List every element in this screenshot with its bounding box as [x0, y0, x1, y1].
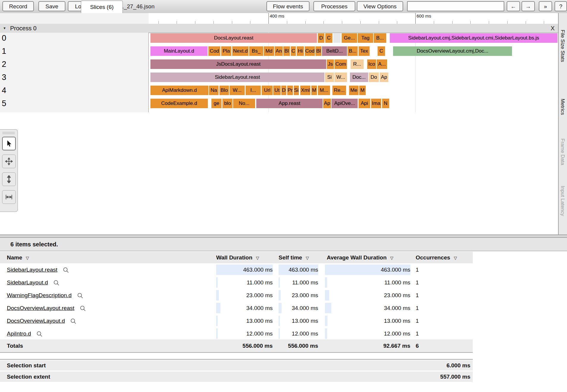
trace-slice[interactable]: C — [378, 46, 385, 56]
trace-slice[interactable]: Tex — [359, 46, 370, 56]
tab-slices[interactable]: Slices (6) — [81, 1, 123, 13]
trace-slice[interactable]: BeltD... — [322, 46, 347, 56]
column-header-occurrences[interactable]: Occurrences▽ — [416, 252, 442, 263]
trace-slice[interactable]: Bl — [315, 46, 321, 56]
slice-name-link[interactable]: ApiIntro.d — [7, 327, 31, 340]
trace-slice[interactable]: M — [359, 86, 366, 95]
trace-slice[interactable]: Tag — [358, 33, 373, 43]
trace-slice[interactable]: Ap — [380, 73, 388, 82]
trace-slice[interactable]: Ut — [273, 86, 281, 95]
trace-slice[interactable]: Hi — [297, 46, 304, 56]
trace-slice[interactable]: An — [275, 46, 283, 56]
trace-slice[interactable]: DocsOverviewLayout.cmj,Doc... — [393, 46, 512, 56]
find-next-button[interactable]: → — [522, 1, 535, 11]
slice-name-link[interactable]: DocsOverviewLayout.d — [7, 314, 65, 327]
trace-slice[interactable]: Doc... — [350, 73, 368, 82]
trace-slice[interactable]: Js — [327, 59, 334, 69]
find-previous-button[interactable]: ← — [507, 1, 520, 11]
trace-slice[interactable]: App.reast — [256, 99, 323, 108]
trace-slice[interactable]: SidebarLayout.reast — [150, 73, 324, 82]
trace-slice[interactable]: MainLayout.d — [150, 46, 208, 56]
flow-events-button[interactable]: Flow events — [266, 1, 310, 11]
tab-file-size-stats[interactable]: File Size Stats — [560, 30, 566, 62]
trace-slice[interactable]: Si — [294, 86, 299, 95]
trace-slice[interactable]: ApiMarkdown.d — [150, 86, 208, 95]
collapse-triangle-icon[interactable]: ▾ — [4, 24, 6, 33]
trace-slice[interactable]: D — [281, 86, 286, 95]
trace-slice[interactable]: D — [318, 33, 324, 43]
timeline-ruler[interactable]: 400 ms600 ms — [0, 13, 558, 24]
trace-slice[interactable]: M — [311, 86, 317, 95]
magnifier-icon[interactable] — [80, 305, 86, 312]
trace-slice[interactable]: No... — [233, 99, 255, 108]
trace-slice[interactable]: Ap — [323, 99, 331, 108]
close-process-icon[interactable]: X — [551, 24, 555, 33]
trace-slice[interactable]: A... — [377, 59, 387, 69]
magnifier-icon[interactable] — [63, 267, 69, 273]
trace-slice[interactable]: W... — [334, 73, 347, 82]
trace-slice[interactable]: CodeExample.d — [150, 99, 208, 108]
trace-slice[interactable]: Si — [325, 73, 334, 82]
slice-name-link[interactable]: WarningFlagDescription.d — [7, 289, 72, 302]
magnifier-icon[interactable] — [53, 280, 60, 286]
trace-slice[interactable]: Bs_ — [249, 46, 263, 56]
trace-slice[interactable]: Md — [264, 46, 274, 56]
trace-slice[interactable]: Na — [209, 86, 219, 95]
trace-slice[interactable]: Cod — [305, 46, 315, 56]
record-button[interactable]: Record — [2, 1, 34, 11]
zoom-tool-button[interactable] — [2, 172, 16, 186]
trace-slice[interactable]: C — [291, 46, 296, 56]
timing-tool-button[interactable] — [2, 190, 16, 204]
trace-slice[interactable]: Api — [359, 99, 370, 108]
processes-button[interactable]: Processes — [313, 1, 355, 11]
column-header-self-time[interactable]: Self time▽ — [279, 252, 318, 263]
trace-slice[interactable]: B... — [348, 46, 358, 56]
trace-slice[interactable]: R... — [351, 59, 364, 69]
trace-slice[interactable]: C — [325, 33, 332, 43]
trace-slice[interactable]: ApiOve... — [332, 99, 358, 108]
trace-slice[interactable]: Bl — [283, 46, 290, 56]
slice-name-link[interactable]: SidebarLayout.d — [7, 276, 48, 289]
column-header-wall-duration[interactable]: Wall Duration▽ — [216, 252, 273, 263]
trace-slice[interactable]: Pla — [221, 46, 231, 56]
trace-slice[interactable]: Blo — [219, 86, 229, 95]
trace-slice[interactable]: Cod — [208, 46, 220, 56]
selection-tool-button[interactable] — [2, 137, 16, 150]
trace-slice[interactable]: Next.d — [232, 46, 249, 56]
tab-metrics[interactable]: Metrics — [560, 99, 566, 115]
trace-slice[interactable]: B... — [374, 33, 386, 43]
magnifier-icon[interactable] — [77, 292, 84, 299]
trace-slice[interactable]: SidebarLayout.cmj,SidebarLayout.cmi,Side… — [390, 33, 557, 43]
trace-slice[interactable]: Ima — [371, 99, 381, 108]
trace-slice[interactable]: JsDocsLayout.reast — [150, 59, 326, 69]
trace-slice[interactable]: Ico — [367, 59, 376, 69]
trace-slice[interactable]: I... — [246, 86, 261, 95]
magnifier-icon[interactable] — [36, 331, 43, 337]
trace-slice[interactable]: Pr — [287, 86, 293, 95]
trace-slice[interactable]: Url — [262, 86, 273, 95]
trace-slice[interactable]: Ge... — [342, 33, 357, 43]
trace-slice[interactable]: W... — [230, 86, 245, 95]
trace-slice[interactable]: Xml — [300, 86, 310, 95]
column-header-name[interactable]: Name▽ — [7, 252, 29, 263]
panel-splitter[interactable] — [0, 234, 567, 238]
pan-tool-button[interactable] — [2, 155, 16, 168]
save-button[interactable]: Save — [38, 1, 65, 11]
trace-slice[interactable]: DocsLayout.reast — [150, 33, 317, 43]
trace-slice[interactable]: Me — [349, 86, 359, 95]
trace-slice[interactable]: N — [382, 99, 389, 108]
magnifier-icon[interactable] — [70, 318, 77, 325]
trace-slice[interactable] — [333, 33, 341, 43]
help-button[interactable]: ? — [555, 1, 567, 11]
slice-name-link[interactable]: DocsOverviewLayout.reast — [7, 302, 74, 314]
trace-slice[interactable]: ge — [211, 99, 222, 108]
trace-slice[interactable]: Re... — [332, 86, 346, 95]
trace-slice[interactable]: blo — [222, 99, 233, 108]
view-options-button[interactable]: View Options — [357, 1, 403, 11]
slice-name-link[interactable]: SidebarLayout.reast — [7, 263, 57, 276]
trace-slice[interactable]: Do — [369, 73, 379, 82]
palette-grip[interactable] — [2, 131, 15, 134]
trace-slice[interactable]: Com — [334, 59, 347, 69]
column-header-average-wall-duration[interactable]: Average Wall Duration▽ — [327, 252, 412, 263]
trace-slice[interactable]: M... — [318, 86, 330, 95]
